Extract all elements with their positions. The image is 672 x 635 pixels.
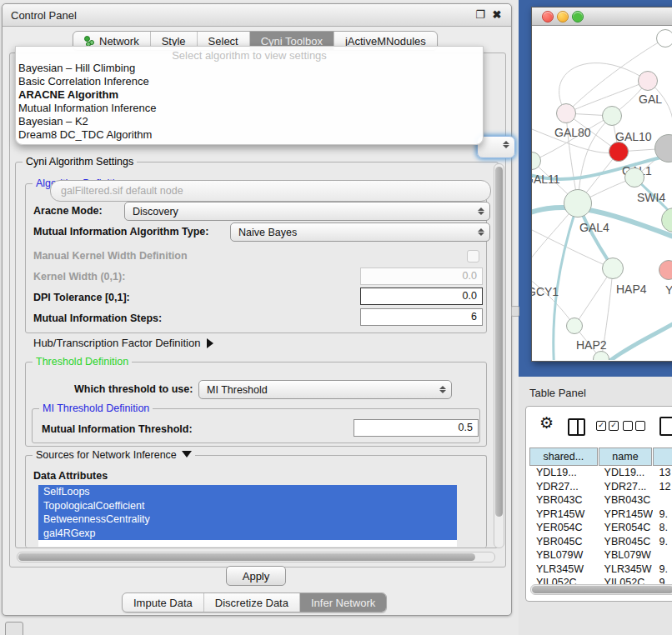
column-header-1[interactable]: shared...	[529, 448, 598, 466]
unchecked-pair-icon[interactable]	[623, 421, 645, 431]
mi-steps-label: Mutual Information Steps:	[33, 312, 162, 324]
dropdown-item[interactable]: Dream8 DC_TDC Algorithm	[16, 128, 483, 142]
threshold-definition-legend: Threshold Definition	[33, 356, 132, 368]
node-hap4[interactable]	[602, 258, 624, 279]
table-cell: YBL079W	[598, 548, 653, 562]
node-gal10[interactable]	[602, 106, 622, 126]
settings-vertical-scrollbar[interactable]	[494, 163, 504, 548]
table-panel-title: Table Panel	[529, 387, 586, 399]
table-row[interactable]: YPR145WYPR145W9.	[529, 508, 672, 522]
node-label: GAL4	[579, 221, 609, 234]
table-cell: YLR345W	[598, 562, 653, 577]
column-header-3[interactable]: A	[653, 448, 672, 466]
control-panel-titlebar[interactable]: Control Panel ❐ ✖	[3, 4, 511, 27]
dropdown-item[interactable]: ARACNE Algorithm	[16, 88, 483, 102]
minimized-palette-icon[interactable]	[5, 622, 23, 635]
table-cell: 9.	[653, 535, 672, 549]
minimize-traffic-icon[interactable]	[557, 11, 569, 22]
table-row[interactable]: YLR345WYLR345W9.	[529, 562, 672, 577]
table-row[interactable]: YDL19...YDL19...13	[529, 466, 672, 480]
data-attributes-list[interactable]: SelfLoopsTopologicalCoefficientBetweenne…	[38, 485, 457, 547]
node-gal4[interactable]	[564, 189, 592, 218]
table-cell: YLR345W	[529, 562, 598, 577]
split-columns-icon[interactable]	[568, 418, 585, 436]
dpi-tolerance-field[interactable]: 0.0	[360, 288, 483, 305]
split-pane-grip[interactable]	[511, 306, 519, 317]
algorithm-dropdown-popup: Select algorithm to view settings Bayesi…	[15, 46, 484, 145]
attribute-list-item[interactable]: TopologicalCoefficient	[38, 499, 457, 513]
attribute-list-item[interactable]: gal4RGexp	[38, 527, 457, 541]
table-cell: 9.	[653, 562, 672, 577]
node-label: SWI4	[637, 191, 665, 204]
table-cell: 13	[653, 466, 672, 480]
hub-definition-expander[interactable]: Hub/Transcription Factor Definition	[33, 337, 213, 349]
node-gal[interactable]	[638, 71, 658, 91]
node-label: GAL11	[532, 172, 560, 186]
settings-horizontal-scrollbar[interactable]	[17, 552, 495, 562]
zoom-traffic-icon[interactable]	[572, 11, 584, 22]
node[interactable]	[656, 29, 672, 48]
hub-definition-label: Hub/Transcription Factor Definition	[33, 337, 200, 349]
cyni-mode-tabbar: Impute DataDiscretize DataInfer Network	[122, 592, 387, 612]
table-row[interactable]: YBR045CYBR045C9.	[529, 535, 672, 549]
kernel-width-field[interactable]: 0.0	[360, 268, 483, 285]
table-cell: YPR145W	[529, 508, 598, 522]
float-window-icon[interactable]: ❐	[474, 9, 486, 21]
aracne-mode-label: Aracne Mode:	[33, 205, 103, 217]
mi-threshold-label: Mutual Information Threshold:	[42, 423, 193, 435]
table-horizontal-scrollbar[interactable]	[530, 584, 672, 595]
network-window-titlebar[interactable]	[532, 8, 672, 26]
apply-button-label: Apply	[243, 570, 270, 582]
checked-pair-icon[interactable]: ✓✓	[596, 421, 619, 431]
table-row[interactable]: YER054CYER054C8.	[529, 521, 672, 535]
tab-impute-data[interactable]: Impute Data	[123, 593, 204, 612]
table-row[interactable]: YBR043CYBR043C	[529, 493, 672, 508]
document-icon[interactable]	[659, 417, 672, 436]
table-cell: YDL19...	[598, 466, 653, 480]
table-card: ⚙ ✓✓ shared...nameA YDL19...YDL19...13YD…	[525, 406, 672, 602]
node-gal80[interactable]	[556, 103, 576, 123]
dropdown-item[interactable]: Basic Correlation Inference	[16, 75, 483, 88]
tab-infer-network[interactable]: Infer Network	[300, 593, 386, 612]
aracne-mode-combobox[interactable]: Discovery	[124, 202, 490, 221]
sources-legend-label: Sources for Network Inference	[36, 449, 177, 461]
attribute-list-item[interactable]: SelfLoops	[38, 485, 457, 499]
manual-kernel-width-checkbox[interactable]	[467, 250, 479, 262]
attribute-list-item[interactable]: BetweennessCentrality	[38, 512, 457, 527]
table-cell	[653, 548, 672, 562]
table-cell: 8.	[653, 521, 672, 535]
data-attributes-label: Data Attributes	[33, 470, 108, 482]
table-row[interactable]: YDR27...YDR27...12	[529, 480, 672, 494]
mi-steps-field[interactable]: 6	[360, 308, 483, 326]
expanded-arrow-icon	[182, 451, 192, 458]
mi-algorithm-type-combobox[interactable]: Naive Bayes	[230, 222, 490, 242]
sources-legend[interactable]: Sources for Network Inference	[33, 449, 195, 461]
which-threshold-combobox[interactable]: MI Threshold	[198, 380, 452, 399]
aracne-mode-value: Discovery	[133, 206, 178, 218]
tab-discretize-data[interactable]: Discretize Data	[204, 593, 300, 612]
close-traffic-icon[interactable]	[542, 11, 554, 22]
node-gal1[interactable]	[609, 142, 629, 162]
table-cell: YDR27...	[598, 480, 653, 494]
table-row[interactable]: YBL079WYBL079W	[529, 548, 672, 562]
node-swi4[interactable]	[624, 168, 644, 188]
dropdown-items: Bayesian – Hill ClimbingBasic Correlatio…	[16, 62, 483, 142]
dropdown-item[interactable]: Mutual Information Inference	[16, 102, 483, 115]
node-label: Y	[665, 283, 672, 297]
table-data-combobox[interactable]: galFiltered.sif default node	[50, 180, 491, 202]
table-cell: YPR145W	[598, 508, 653, 522]
column-header-2[interactable]: name	[599, 448, 653, 466]
gear-icon[interactable]: ⚙	[539, 415, 554, 431]
node-hap2[interactable]	[566, 318, 583, 334]
table-cell	[653, 493, 672, 508]
close-window-icon[interactable]: ✖	[491, 9, 503, 21]
mi-threshold-field[interactable]: 0.5	[354, 419, 479, 437]
node-attribute-table: shared...nameA YDL19...YDL19...13YDR27..…	[529, 448, 672, 590]
dropdown-item[interactable]: Bayesian – K2	[16, 115, 483, 128]
apply-button[interactable]: Apply	[226, 566, 286, 586]
network-canvas[interactable]: GALGAL80GAL10GAL1GAL11SWI4GAL4GCY1HAP4YH…	[532, 26, 672, 360]
which-threshold-label: Which threshold to use:	[74, 383, 193, 395]
table-header-row: shared...nameA	[529, 448, 672, 466]
dropdown-item[interactable]: Bayesian – Hill Climbing	[16, 62, 483, 75]
node-label: GAL80	[554, 126, 591, 139]
